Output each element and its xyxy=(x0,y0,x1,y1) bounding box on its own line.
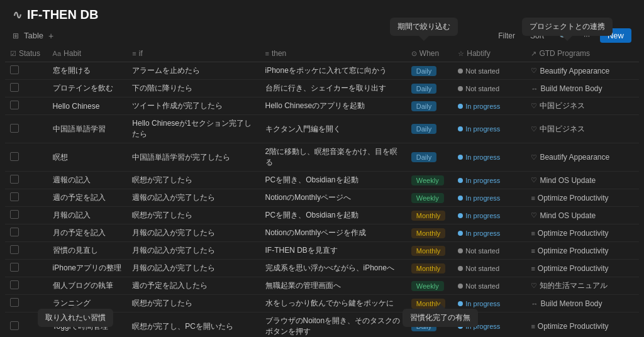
table-row[interactable]: 月報の記入瞑想が完了したらPCを開き、Obsidianを起動MonthlyIn … xyxy=(5,207,639,224)
row-checkbox[interactable] xyxy=(10,321,19,330)
gtd-item: ♡ Beautify Appearance xyxy=(531,67,609,75)
habtify-cell: In progress xyxy=(453,189,526,207)
gtd-icon: ♡ xyxy=(531,102,537,110)
gtd-cell: ↔ Build Metron Body xyxy=(526,80,639,97)
habit-cell: 週報の記入 xyxy=(48,172,128,189)
then-cell: Hello Chineseのアプリを起動 xyxy=(260,97,406,115)
gtd-item: ≡ Optimize Productivity xyxy=(531,322,608,331)
gtd-cell: ↔ Build Metron Body xyxy=(526,295,639,312)
filter-button[interactable]: Filter xyxy=(493,30,520,42)
when-badge: Monthly xyxy=(411,246,446,256)
row-checkbox[interactable] xyxy=(10,192,19,201)
row-checkbox[interactable] xyxy=(10,228,19,236)
app-title: ∿ IF-THEN DB xyxy=(13,8,98,22)
table-row[interactable]: 週の予定を記入週報の記入が完了したらNotionのMonthlyページへWeek… xyxy=(5,189,639,207)
row-checkbox[interactable] xyxy=(10,65,19,74)
row-checkbox[interactable] xyxy=(10,298,19,307)
row-checkbox[interactable] xyxy=(10,245,19,254)
then-cell: ブラウザのNoitonを開き、そのタスクのボタンを押す xyxy=(260,312,406,338)
gtd-item: ≡ Optimize Productivity xyxy=(531,264,608,273)
when-cell: Monthly xyxy=(406,260,453,277)
table-row[interactable]: 習慣の見直し月報の記入が完了したらIF-THEN DBを見直すMonthlyNo… xyxy=(5,242,639,260)
if-cell: Hello Chineseが1セクション完了したら xyxy=(127,115,260,143)
row-checkbox[interactable] xyxy=(10,152,19,161)
row-checkbox[interactable] xyxy=(10,263,19,272)
when-cell: Weekly xyxy=(406,277,453,295)
when-cell: Monthly xyxy=(406,207,453,224)
table-header-row: ☑ Status Aa Habit ≡ if xyxy=(5,45,639,62)
habtify-status: Not started xyxy=(458,265,499,272)
habit-cell: 瞑想 xyxy=(48,143,128,172)
when-badge: Daily xyxy=(411,101,436,111)
table-row[interactable]: 個人ブログの執筆週の予定を記入したら無職起業の管理画面へWeeklyNot st… xyxy=(5,277,639,295)
habtify-cell: In progress xyxy=(453,207,526,224)
table-row[interactable]: 中国語単語学習Hello Chineseが1セクション完了したらキクタン入門編を… xyxy=(5,115,639,143)
table-row[interactable]: 月の予定を記入月報の記入が完了したらNotionのMonthlyページを作成Mo… xyxy=(5,224,639,242)
if-cell: 週報の記入が完了したら xyxy=(127,189,260,207)
habtify-status: Not started xyxy=(458,67,499,75)
gtd-icon: ≡ xyxy=(531,265,535,272)
then-cell: 台所に行き、シェイカーを取り出す xyxy=(260,80,406,97)
gtd-cell: ≡ Optimize Productivity xyxy=(526,260,639,277)
when-badge: Daily xyxy=(411,152,436,162)
row-checkbox[interactable] xyxy=(10,280,19,289)
gtd-col-label: GTD Programs xyxy=(539,49,590,58)
project-link-label: プロジェクトとの連携 xyxy=(530,22,605,31)
gtd-icon: ≡ xyxy=(531,323,535,330)
when-col-label: When xyxy=(419,49,439,58)
gtd-item: ↔ Build Metron Body xyxy=(531,84,602,93)
when-col-icon: ⊙ xyxy=(411,50,417,58)
period-filter-callout: 期間で絞り込む xyxy=(390,18,458,36)
gtd-cell: ♡ 知的生活マニュアル xyxy=(526,277,639,295)
col-header-habtify: ☆ Habtify xyxy=(453,45,526,62)
row-checkbox[interactable] xyxy=(10,101,19,109)
row-checkbox[interactable] xyxy=(10,83,19,92)
habtify-status: Not started xyxy=(458,282,499,290)
if-cell: 瞑想が完了したら xyxy=(127,172,260,189)
col-header-if: ≡ if xyxy=(127,45,260,62)
table-row[interactable]: プロテインを飲む下の階に降りたら台所に行き、シェイカーを取り出すDailyNot… xyxy=(5,80,639,97)
table-row[interactable]: 窓を開けるアラームを止めたらiPhoneをポッケに入れて窓に向かうDailyNo… xyxy=(5,62,639,80)
col-header-gtd: ↗ GTD Programs xyxy=(526,45,639,62)
if-col-label: if xyxy=(139,49,143,58)
gtd-cell: ≡ Optimize Productivity xyxy=(526,312,639,338)
row-checkbox[interactable] xyxy=(10,210,19,219)
table-row[interactable]: Hello Chineseツイート作成が完了したらHello Chineseのア… xyxy=(5,97,639,115)
app-container: ∿ IF-THEN DB ⊞ Table + Filter Sort 🔍 ···… xyxy=(0,0,644,337)
row-checkbox[interactable] xyxy=(10,175,19,184)
view-label[interactable]: Table xyxy=(24,31,43,40)
gtd-icon: ≡ xyxy=(531,247,535,255)
habtify-cell: Not started xyxy=(453,62,526,80)
habtify-cell: Not started xyxy=(453,80,526,97)
main-table: ☑ Status Aa Habit ≡ if xyxy=(5,45,639,337)
habtify-status: Not started xyxy=(458,85,499,92)
col-header-habit: Aa Habit xyxy=(48,45,128,62)
table-row[interactable]: 瞑想中国語単語学習が完了したら2階に移動し、瞑想音楽をかけ、目を瞑るDailyI… xyxy=(5,143,639,172)
habtify-cell: Not started xyxy=(453,277,526,295)
then-cell: 2階に移動し、瞑想音楽をかけ、目を瞑る xyxy=(260,143,406,172)
if-cell: 月報の記入が完了したら xyxy=(127,224,260,242)
habtify-status: In progress xyxy=(458,229,500,237)
table-row[interactable]: 週報の記入瞑想が完了したらPCを開き、Obsidianを起動WeeklyIn p… xyxy=(5,172,639,189)
when-badge: Weekly xyxy=(411,281,444,291)
habtify-col-label: Habtify xyxy=(467,49,490,58)
habit-target-label: 取り入れたい習慣 xyxy=(45,313,106,322)
when-badge: Daily xyxy=(411,66,436,76)
status-col-label: Status xyxy=(19,49,40,58)
add-view-button[interactable]: + xyxy=(48,31,53,41)
habit-cell: 月報の記入 xyxy=(48,207,128,224)
table-wrapper: ☑ Status Aa Habit ≡ if xyxy=(0,45,644,337)
if-cell: 月報の記入が完了したら xyxy=(127,260,260,277)
when-cell: Daily xyxy=(406,115,453,143)
habtify-status: In progress xyxy=(458,125,500,133)
when-cell: Daily xyxy=(406,80,453,97)
if-cell: アラームを止めたら xyxy=(127,62,260,80)
row-checkbox[interactable] xyxy=(10,124,19,133)
habit-cell: 習慣の見直し xyxy=(48,242,128,260)
gtd-col-icon: ↗ xyxy=(531,50,536,58)
gtd-item: ↔ Build Metron Body xyxy=(531,299,602,308)
habit-col-icon: Aa xyxy=(53,50,61,57)
table-row[interactable]: iPhoneアプリの整理月報の記入が完了したら完成系を思い浮かべながら、iPho… xyxy=(5,260,639,277)
habtify-cell: In progress xyxy=(453,143,526,172)
habit-cell: プロテインを飲む xyxy=(48,80,128,97)
